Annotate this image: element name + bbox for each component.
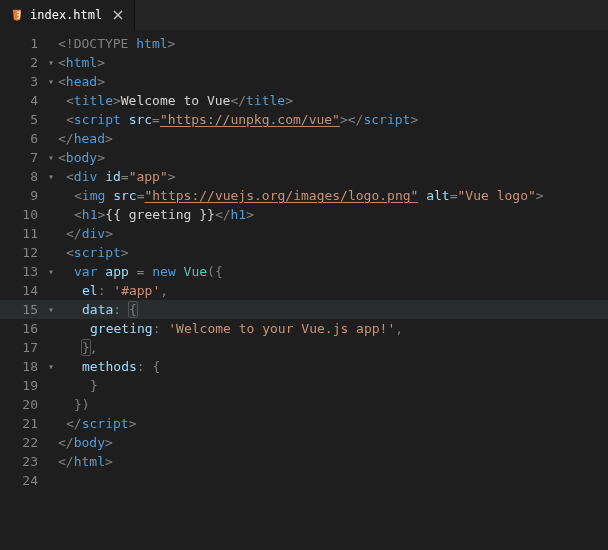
close-icon[interactable] xyxy=(108,9,124,21)
code-content: var app = new Vue({ xyxy=(58,262,608,281)
code-line[interactable]: 5 <script src="https://unpkg.com/vue"></… xyxy=(0,110,608,129)
code-line[interactable]: 20 }) xyxy=(0,395,608,414)
line-number: 20 xyxy=(0,395,44,414)
line-number: 8 xyxy=(0,167,44,186)
code-line[interactable]: 24 xyxy=(0,471,608,490)
line-number: 19 xyxy=(0,376,44,395)
code-content: }, xyxy=(58,338,608,357)
code-line[interactable]: 14 el: '#app', xyxy=(0,281,608,300)
tab-bar: index.html xyxy=(0,0,608,30)
line-number: 22 xyxy=(0,433,44,452)
line-number: 7 xyxy=(0,148,44,167)
line-number: 11 xyxy=(0,224,44,243)
code-line[interactable]: 21 </script> xyxy=(0,414,608,433)
fold-toggle[interactable]: ▾ xyxy=(44,262,58,281)
fold-toggle[interactable]: ▾ xyxy=(44,357,58,376)
code-content: </div> xyxy=(58,224,608,243)
code-line[interactable]: 15 ▾ data: { xyxy=(0,300,608,319)
code-line[interactable]: 12 <script> xyxy=(0,243,608,262)
line-number: 14 xyxy=(0,281,44,300)
line-number: 23 xyxy=(0,452,44,471)
line-number: 9 xyxy=(0,186,44,205)
code-content: </script> xyxy=(58,414,608,433)
code-line[interactable]: 13 ▾ var app = new Vue({ xyxy=(0,262,608,281)
code-content: <h1>{{ greeting }}</h1> xyxy=(58,205,608,224)
code-content: <img src="https://vuejs.org/images/logo.… xyxy=(58,186,608,205)
code-line[interactable]: 8 ▾ <div id="app"> xyxy=(0,167,608,186)
code-content: greeting: 'Welcome to your Vue.js app!', xyxy=(58,319,608,338)
fold-toggle[interactable]: ▾ xyxy=(44,300,58,319)
line-number: 6 xyxy=(0,129,44,148)
line-number: 18 xyxy=(0,357,44,376)
fold-toggle[interactable]: ▾ xyxy=(44,53,58,72)
tab-index-html[interactable]: index.html xyxy=(0,0,135,30)
code-content: el: '#app', xyxy=(58,281,608,300)
code-line[interactable]: 6 </head> xyxy=(0,129,608,148)
code-content: <script> xyxy=(58,243,608,262)
code-line[interactable]: 22 </body> xyxy=(0,433,608,452)
line-number: 24 xyxy=(0,471,44,490)
code-content: <!DOCTYPE html> xyxy=(58,34,608,53)
line-number: 13 xyxy=(0,262,44,281)
code-line[interactable]: 7 ▾ <body> xyxy=(0,148,608,167)
code-line[interactable]: 10 <h1>{{ greeting }}</h1> xyxy=(0,205,608,224)
code-line[interactable]: 3 ▾ <head> xyxy=(0,72,608,91)
code-content: } xyxy=(58,376,608,395)
code-line[interactable]: 1 <!DOCTYPE html> xyxy=(0,34,608,53)
html-file-icon xyxy=(10,8,24,22)
line-number: 2 xyxy=(0,53,44,72)
code-line[interactable]: 19 } xyxy=(0,376,608,395)
code-line[interactable]: 11 </div> xyxy=(0,224,608,243)
fold-toggle[interactable]: ▾ xyxy=(44,148,58,167)
line-number: 1 xyxy=(0,34,44,53)
line-number: 4 xyxy=(0,91,44,110)
code-content: <body> xyxy=(58,148,608,167)
code-content: <script src="https://unpkg.com/vue"></sc… xyxy=(58,110,608,129)
line-number: 15 xyxy=(0,300,44,319)
code-content: <div id="app"> xyxy=(58,167,608,186)
code-content: methods: { xyxy=(58,357,608,376)
code-content: <title>Welcome to Vue</title> xyxy=(58,91,608,110)
code-line[interactable]: 16 greeting: 'Welcome to your Vue.js app… xyxy=(0,319,608,338)
code-line[interactable]: 4 <title>Welcome to Vue</title> xyxy=(0,91,608,110)
code-content: }) xyxy=(58,395,608,414)
code-content: <head> xyxy=(58,72,608,91)
code-content: <html> xyxy=(58,53,608,72)
code-line[interactable]: 18 ▾ methods: { xyxy=(0,357,608,376)
code-editor[interactable]: 1 <!DOCTYPE html> 2 ▾ <html> 3 ▾ <head> … xyxy=(0,30,608,490)
line-number: 21 xyxy=(0,414,44,433)
code-line[interactable]: 2 ▾ <html> xyxy=(0,53,608,72)
line-number: 17 xyxy=(0,338,44,357)
code-content: </head> xyxy=(58,129,608,148)
line-number: 16 xyxy=(0,319,44,338)
line-number: 12 xyxy=(0,243,44,262)
line-number: 5 xyxy=(0,110,44,129)
line-number: 10 xyxy=(0,205,44,224)
code-content: </html> xyxy=(58,452,608,471)
code-content: </body> xyxy=(58,433,608,452)
tab-filename: index.html xyxy=(30,8,102,22)
code-line[interactable]: 23 </html> xyxy=(0,452,608,471)
code-content: data: { xyxy=(58,300,608,319)
fold-toggle[interactable]: ▾ xyxy=(44,167,58,186)
code-line[interactable]: 9 <img src="https://vuejs.org/images/log… xyxy=(0,186,608,205)
fold-toggle[interactable]: ▾ xyxy=(44,72,58,91)
code-line[interactable]: 17 }, xyxy=(0,338,608,357)
line-number: 3 xyxy=(0,72,44,91)
